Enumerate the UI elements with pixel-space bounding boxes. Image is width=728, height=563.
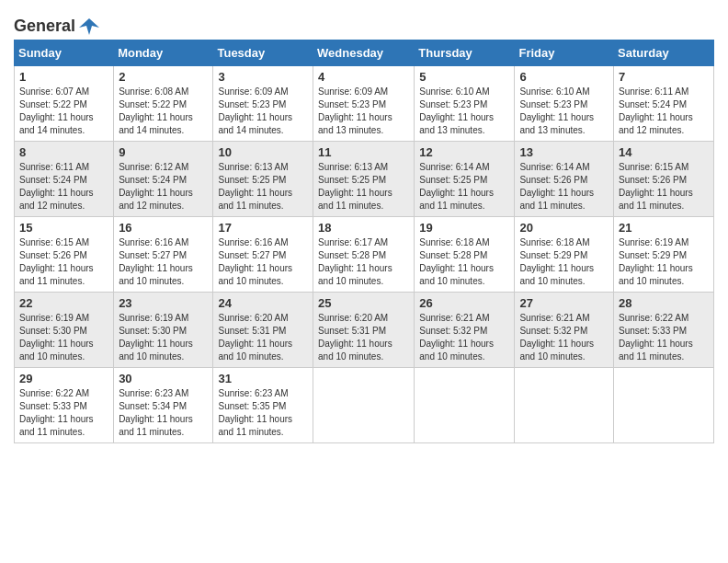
day-info: Sunrise: 6:20 AM Sunset: 5:31 PM Dayligh… <box>218 312 308 363</box>
calendar-day-cell: 22 Sunrise: 6:19 AM Sunset: 5:30 PM Dayl… <box>15 293 114 368</box>
sunrise-label: Sunrise: 6:20 AM <box>318 313 388 323</box>
day-info: Sunrise: 6:07 AM Sunset: 5:22 PM Dayligh… <box>19 86 108 137</box>
day-number: 7 <box>619 70 709 84</box>
daylight-label: Daylight: 11 hours and 11 minutes. <box>19 414 94 437</box>
day-number: 8 <box>19 145 108 159</box>
daylight-label: Daylight: 11 hours and 11 minutes. <box>619 188 693 211</box>
sunrise-label: Sunrise: 6:16 AM <box>119 237 188 247</box>
day-info: Sunrise: 6:11 AM Sunset: 5:24 PM Dayligh… <box>619 86 709 137</box>
calendar-table: SundayMondayTuesdayWednesdayThursdayFrid… <box>14 40 714 443</box>
calendar-week-row: 29 Sunrise: 6:22 AM Sunset: 5:33 PM Dayl… <box>15 368 714 443</box>
calendar-day-cell: 7 Sunrise: 6:11 AM Sunset: 5:24 PM Dayli… <box>614 66 714 142</box>
weekday-header-friday: Friday <box>515 40 614 66</box>
sunset-label: Sunset: 5:24 PM <box>19 175 87 185</box>
weekday-header-saturday: Saturday <box>614 40 714 66</box>
sunrise-label: Sunrise: 6:14 AM <box>419 162 489 172</box>
sunrise-label: Sunrise: 6:23 AM <box>218 388 288 398</box>
daylight-label: Daylight: 11 hours and 11 minutes. <box>218 414 292 437</box>
day-number: 17 <box>218 221 308 235</box>
day-number: 28 <box>619 296 709 310</box>
calendar-day-cell: 1 Sunrise: 6:07 AM Sunset: 5:22 PM Dayli… <box>15 66 114 142</box>
day-info: Sunrise: 6:08 AM Sunset: 5:22 PM Dayligh… <box>119 86 208 137</box>
calendar-day-cell: 21 Sunrise: 6:19 AM Sunset: 5:29 PM Dayl… <box>614 217 714 293</box>
sunset-label: Sunset: 5:32 PM <box>519 326 587 336</box>
daylight-label: Daylight: 11 hours and 13 minutes. <box>419 112 494 135</box>
sunrise-label: Sunrise: 6:17 AM <box>318 237 388 247</box>
day-number: 16 <box>119 221 208 235</box>
day-number: 4 <box>318 70 409 84</box>
sunrise-label: Sunrise: 6:14 AM <box>519 162 589 172</box>
calendar-day-cell: 14 Sunrise: 6:15 AM Sunset: 5:26 PM Dayl… <box>614 142 714 217</box>
day-number: 14 <box>619 145 709 159</box>
day-number: 10 <box>218 145 308 159</box>
calendar-day-cell: 18 Sunrise: 6:17 AM Sunset: 5:28 PM Dayl… <box>313 217 415 293</box>
sunset-label: Sunset: 5:22 PM <box>119 99 187 109</box>
sunrise-label: Sunrise: 6:16 AM <box>218 237 288 247</box>
calendar-day-cell: 19 Sunrise: 6:18 AM Sunset: 5:28 PM Dayl… <box>415 217 515 293</box>
day-info: Sunrise: 6:19 AM Sunset: 5:30 PM Dayligh… <box>119 312 208 363</box>
sunrise-label: Sunrise: 6:15 AM <box>19 237 89 247</box>
calendar-day-cell: 10 Sunrise: 6:13 AM Sunset: 5:25 PM Dayl… <box>213 142 313 217</box>
day-info: Sunrise: 6:15 AM Sunset: 5:26 PM Dayligh… <box>19 236 108 288</box>
day-number: 31 <box>218 372 308 385</box>
sunset-label: Sunset: 5:35 PM <box>218 401 286 411</box>
day-info: Sunrise: 6:22 AM Sunset: 5:33 PM Dayligh… <box>19 387 108 439</box>
calendar-day-cell: 23 Sunrise: 6:19 AM Sunset: 5:30 PM Dayl… <box>114 293 213 368</box>
daylight-label: Daylight: 11 hours and 12 minutes. <box>619 112 693 135</box>
sunset-label: Sunset: 5:31 PM <box>318 326 386 336</box>
sunrise-label: Sunrise: 6:11 AM <box>19 162 89 172</box>
day-number: 23 <box>119 296 208 310</box>
daylight-label: Daylight: 11 hours and 10 minutes. <box>419 339 494 362</box>
logo-bird-icon <box>79 18 99 35</box>
sunrise-label: Sunrise: 6:19 AM <box>619 237 688 247</box>
svg-marker-0 <box>79 18 99 35</box>
sunrise-label: Sunrise: 6:15 AM <box>619 162 688 172</box>
daylight-label: Daylight: 11 hours and 10 minutes. <box>218 339 292 362</box>
daylight-label: Daylight: 11 hours and 10 minutes. <box>619 263 693 286</box>
sunset-label: Sunset: 5:22 PM <box>19 99 87 109</box>
day-info: Sunrise: 6:09 AM Sunset: 5:23 PM Dayligh… <box>318 86 409 137</box>
daylight-label: Daylight: 11 hours and 10 minutes. <box>119 263 193 286</box>
calendar-day-cell: 5 Sunrise: 6:10 AM Sunset: 5:23 PM Dayli… <box>415 66 515 142</box>
calendar-day-cell: 27 Sunrise: 6:21 AM Sunset: 5:32 PM Dayl… <box>515 293 614 368</box>
calendar-day-cell: 31 Sunrise: 6:23 AM Sunset: 5:35 PM Dayl… <box>213 368 313 443</box>
sunset-label: Sunset: 5:25 PM <box>318 175 386 185</box>
sunset-label: Sunset: 5:33 PM <box>619 326 687 336</box>
daylight-label: Daylight: 11 hours and 12 minutes. <box>19 188 94 211</box>
sunset-label: Sunset: 5:28 PM <box>318 250 386 260</box>
day-info: Sunrise: 6:10 AM Sunset: 5:23 PM Dayligh… <box>519 86 609 137</box>
sunset-label: Sunset: 5:26 PM <box>19 250 87 260</box>
sunset-label: Sunset: 5:28 PM <box>419 250 487 260</box>
logo: General <box>14 17 99 32</box>
calendar-day-cell: 20 Sunrise: 6:18 AM Sunset: 5:29 PM Dayl… <box>515 217 614 293</box>
logo-general-text: General <box>14 17 75 36</box>
day-number: 3 <box>218 70 308 84</box>
calendar-day-cell: 17 Sunrise: 6:16 AM Sunset: 5:27 PM Dayl… <box>213 217 313 293</box>
calendar-day-cell: 16 Sunrise: 6:16 AM Sunset: 5:27 PM Dayl… <box>114 217 213 293</box>
day-info: Sunrise: 6:13 AM Sunset: 5:25 PM Dayligh… <box>218 161 308 213</box>
sunrise-label: Sunrise: 6:12 AM <box>119 162 188 172</box>
sunset-label: Sunset: 5:26 PM <box>619 175 687 185</box>
day-number: 13 <box>519 145 609 159</box>
day-number: 12 <box>419 145 509 159</box>
sunrise-label: Sunrise: 6:18 AM <box>419 237 489 247</box>
day-info: Sunrise: 6:14 AM Sunset: 5:26 PM Dayligh… <box>519 161 609 213</box>
day-number: 6 <box>519 70 609 84</box>
day-info: Sunrise: 6:11 AM Sunset: 5:24 PM Dayligh… <box>19 161 108 213</box>
day-info: Sunrise: 6:21 AM Sunset: 5:32 PM Dayligh… <box>519 312 609 363</box>
weekday-header-row: SundayMondayTuesdayWednesdayThursdayFrid… <box>15 40 714 66</box>
sunset-label: Sunset: 5:30 PM <box>19 326 87 336</box>
sunset-label: Sunset: 5:25 PM <box>218 175 286 185</box>
daylight-label: Daylight: 11 hours and 11 minutes. <box>119 414 193 437</box>
sunrise-label: Sunrise: 6:13 AM <box>218 162 288 172</box>
day-info: Sunrise: 6:19 AM Sunset: 5:29 PM Dayligh… <box>619 236 709 288</box>
sunrise-label: Sunrise: 6:08 AM <box>119 86 188 97</box>
sunset-label: Sunset: 5:24 PM <box>119 175 187 185</box>
sunset-label: Sunset: 5:29 PM <box>519 250 587 260</box>
sunset-label: Sunset: 5:25 PM <box>419 175 487 185</box>
daylight-label: Daylight: 11 hours and 11 minutes. <box>19 263 94 286</box>
sunrise-label: Sunrise: 6:21 AM <box>519 313 589 323</box>
day-number: 30 <box>119 372 208 385</box>
calendar-day-cell <box>614 368 714 443</box>
sunset-label: Sunset: 5:27 PM <box>119 250 187 260</box>
